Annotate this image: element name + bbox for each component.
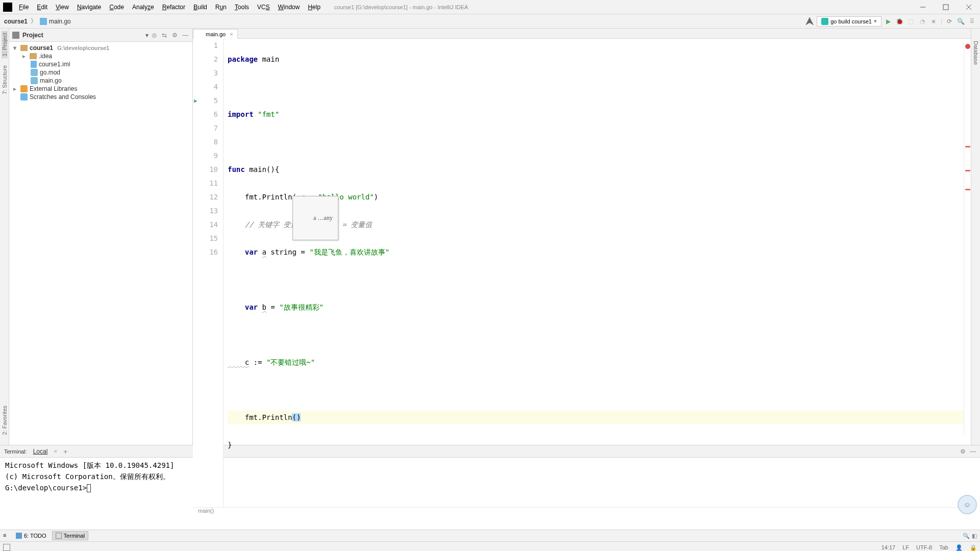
toolbar-right: go build course1 ▾ ▶ 🐞 ⬚ ◔ ■ | ⟳ 🔍 ⠿ [805, 16, 976, 27]
nav-back-icon[interactable] [805, 17, 814, 26]
tree-item-maingo[interactable]: main.go [9, 77, 192, 85]
go-icon [31, 77, 38, 84]
run-gutter-icon[interactable]: ▶ [194, 94, 198, 108]
terminal-tab-local[interactable]: Local [33, 448, 48, 455]
run-button[interactable]: ▶ [885, 17, 893, 26]
target-icon[interactable]: ◎ [152, 32, 159, 39]
profile-button[interactable]: ◔ [918, 17, 926, 26]
debug-button[interactable]: 🐞 [896, 17, 904, 26]
inspection-icon[interactable]: 👤 [955, 544, 963, 551]
error-stripe[interactable] [964, 42, 971, 435]
gear-icon[interactable]: ⚙ [172, 32, 179, 39]
line-number: 8 [193, 135, 218, 149]
menu-tools[interactable]: Tools [231, 2, 253, 12]
favorites-tool-button[interactable]: 2: Favorites [2, 404, 8, 437]
menu-build[interactable]: Build [190, 2, 211, 12]
error-mark[interactable] [965, 146, 970, 147]
breadcrumb[interactable]: course1 〉 main.go [4, 17, 71, 26]
menu-edit[interactable]: Edit [33, 2, 51, 12]
todo-tool-button[interactable]: 6: TODO [12, 531, 50, 540]
go-icon [31, 69, 38, 76]
minimize-button[interactable] [911, 0, 934, 14]
todo-icon [16, 533, 22, 539]
editor-body[interactable]: 1 2 3 4 ▶5 6 7 8 9 10 11 12 13 14 15 16 … [193, 39, 971, 507]
menu-file[interactable]: File [15, 2, 32, 12]
breadcrumb-file[interactable]: main.go [49, 18, 71, 25]
go-file-icon [40, 18, 47, 25]
tree-scratches[interactable]: Scratches and Consoles [9, 93, 192, 101]
stripe-menu-icon[interactable]: ≡ [3, 532, 10, 539]
tree-item-label: External Libraries [30, 85, 77, 92]
menu-window[interactable]: Window [274, 2, 303, 12]
editor-breadcrumb[interactable]: main() [193, 507, 971, 514]
breadcrumb-project[interactable]: course1 [4, 18, 28, 25]
tree-root[interactable]: ▾ course1 G:\develop\course1 [9, 44, 192, 52]
library-icon [20, 85, 28, 92]
terminal-tool-button[interactable]: Terminal [52, 531, 89, 540]
line-separator[interactable]: LF [902, 544, 909, 550]
line-number: 4 [193, 80, 218, 94]
tree-item-label: go.mod [40, 69, 60, 76]
stop-button[interactable]: ■ [929, 17, 938, 26]
project-tool-button[interactable]: 1: Project [2, 31, 8, 58]
indent-setting[interactable]: Tab [939, 544, 948, 550]
expand-icon[interactable]: ▾ [13, 44, 18, 52]
expand-icon[interactable]: ▸ [22, 53, 28, 60]
close-terminal-tab-icon[interactable]: × [54, 448, 57, 455]
error-mark[interactable] [965, 189, 970, 190]
line-number: 11 [193, 177, 218, 190]
lock-icon[interactable]: 🔒 [970, 544, 977, 551]
expand-icon[interactable]: ▸ [13, 85, 18, 92]
code-area[interactable]: package main import "fmt" func main(){ f… [224, 39, 971, 507]
error-mark[interactable] [965, 170, 970, 171]
left-tool-stripe: 1: Project 7: Structure 2: Favorites [0, 29, 9, 445]
menu-view[interactable]: View [52, 2, 72, 12]
close-button[interactable] [957, 0, 980, 14]
menu-analyze[interactable]: Analyze [129, 2, 158, 12]
search-everywhere-icon[interactable]: 🔍 [957, 17, 965, 26]
event-log-icon[interactable]: ◧ [972, 533, 977, 539]
blank-icon [13, 93, 18, 101]
menu-code[interactable]: Code [106, 2, 128, 12]
main-content: 1: Project 7: Structure 2: Favorites Pro… [0, 29, 980, 445]
window-title: course1 [G:\develop\course1] - main.go -… [334, 4, 468, 10]
project-panel-header: Project ▾ ◎ ⇆ ⚙ ― [9, 29, 192, 42]
file-encoding[interactable]: UTF-8 [916, 544, 932, 550]
tree-external-libraries[interactable]: ▸ External Libraries [9, 85, 192, 93]
hide-icon[interactable]: ― [182, 32, 189, 39]
project-panel-title[interactable]: Project [22, 32, 142, 39]
menu-refactor[interactable]: Refactor [159, 2, 189, 12]
tree-item-iml[interactable]: course1.iml [9, 60, 192, 68]
menu-help[interactable]: Help [304, 2, 324, 12]
maximize-button[interactable] [934, 0, 957, 14]
editor-tabs: main.go × [193, 29, 971, 39]
menu-run[interactable]: Run [212, 2, 230, 12]
settings-icon[interactable]: ⠿ [968, 17, 976, 26]
tree-item-label: main.go [40, 77, 62, 84]
collapse-icon[interactable]: ⇆ [162, 32, 169, 39]
tree-root-label: course1 [30, 44, 53, 52]
run-configuration-selector[interactable]: go build course1 ▾ [817, 16, 881, 27]
line-number: ▶5 [193, 94, 218, 108]
menu-navigate[interactable]: Navigate [74, 2, 105, 12]
update-button[interactable]: ⟳ [945, 17, 953, 26]
status-bar: 14:17 LF UTF-8 Tab 👤 🔒 [0, 541, 980, 551]
structure-tool-button[interactable]: 7: Structure [2, 63, 8, 96]
menu-vcs[interactable]: VCS [254, 2, 274, 12]
status-menu-icon[interactable] [3, 544, 10, 551]
line-number: 12 [193, 190, 218, 204]
line-number: 16 [193, 245, 218, 259]
search-icon[interactable]: 🔍 [963, 533, 970, 539]
floating-assistant-icon[interactable]: ☺ [958, 495, 977, 514]
error-indicator-icon[interactable] [965, 44, 970, 49]
chevron-down-icon[interactable]: ▾ [145, 32, 149, 39]
cursor-position[interactable]: 14:17 [881, 544, 896, 550]
new-terminal-tab-button[interactable]: + [63, 447, 67, 456]
tree-item-gomod[interactable]: go.mod [9, 68, 192, 77]
editor-tab-main[interactable]: main.go × [193, 29, 238, 39]
coverage-button[interactable]: ⬚ [907, 17, 915, 26]
navigation-bar: course1 〉 main.go go build course1 ▾ ▶ 🐞… [0, 14, 980, 29]
tree-item-idea[interactable]: ▸ .idea [9, 52, 192, 60]
database-tool-button[interactable]: Database [973, 39, 979, 67]
close-tab-icon[interactable]: × [230, 31, 233, 37]
